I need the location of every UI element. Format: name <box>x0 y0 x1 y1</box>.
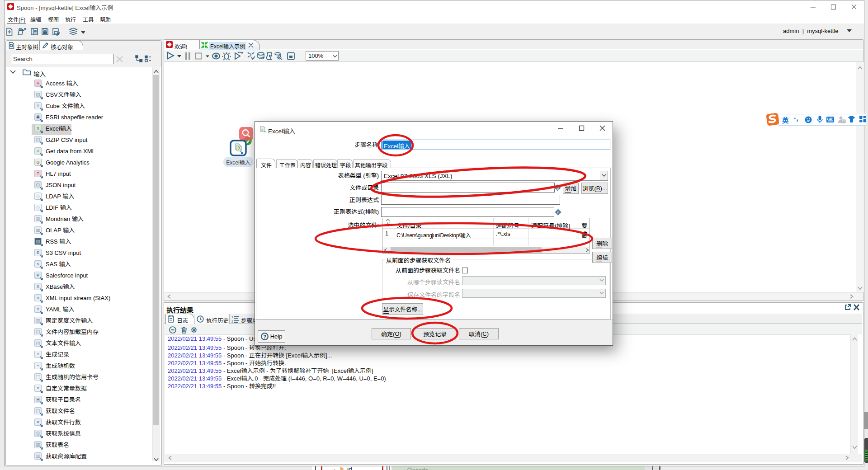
svg-text:X: X <box>238 146 241 150</box>
svg-text:?: ? <box>263 334 266 339</box>
svg-text:S: S <box>557 186 559 191</box>
svg-text:13: 13 <box>843 120 846 123</box>
svg-text:S: S <box>557 211 560 215</box>
svg-text:x: x <box>261 128 263 131</box>
svg-text:1: 1 <box>231 315 233 319</box>
svg-text:2: 2 <box>231 320 233 324</box>
